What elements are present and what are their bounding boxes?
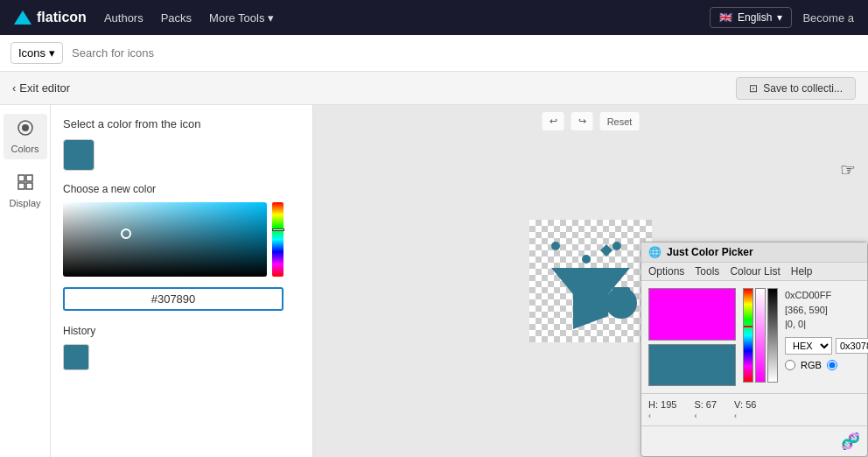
jcp-h-label: H: 195: [648, 399, 676, 410]
sidebar-item-display[interactable]: Display: [4, 168, 47, 214]
jcp-menu-help[interactable]: Help: [791, 265, 813, 278]
jcp-menu-tools[interactable]: Tools: [695, 265, 719, 278]
become-link[interactable]: Become a: [802, 11, 854, 25]
gradient-dark: [63, 202, 267, 277]
svg-rect-2: [18, 175, 24, 181]
canvas-toolbar: ↩ ↪ Reset: [542, 112, 640, 130]
icons-dropdown[interactable]: Icons ▾: [10, 42, 63, 64]
topnav: flaticon Authors Packs More Tools ▾ 🇬🇧 E…: [0, 0, 868, 35]
jcp-hue-bar[interactable]: [743, 288, 753, 383]
jcp-rgb-label: RGB: [801, 360, 822, 370]
jcp-format-row: HEX RGB HSV: [785, 337, 868, 355]
nav-authors[interactable]: Authors: [104, 11, 144, 25]
logo-text: flaticon: [37, 10, 87, 25]
jcp-menu-colour-list[interactable]: Colour List: [730, 265, 780, 278]
flag-icon: 🇬🇧: [719, 11, 732, 24]
svg-point-6: [551, 242, 560, 250]
jcp-right-side: 0xCD00FF [366, 590] |0, 0| HEX RGB HSV: [785, 288, 868, 386]
jcp-s-chevron[interactable]: ‹: [694, 411, 717, 420]
svg-rect-12: [612, 287, 630, 294]
jcp-titlebar: 🌐 Just Color Picker: [641, 243, 867, 263]
jcp-emoji: 🌐: [648, 246, 662, 258]
editor-main: Colors Display + Select a color from the…: [0, 105, 868, 457]
jcp-v-label: V: 56: [734, 399, 756, 410]
jcp-color-info: 0xCD00FF [366, 590] |0, 0|: [785, 288, 868, 332]
jcp-big-swatch: [648, 288, 736, 341]
svg-marker-9: [600, 244, 612, 257]
topnav-links: Authors Packs More Tools ▾: [104, 11, 274, 25]
jcp-h-chevron[interactable]: ‹: [648, 411, 676, 420]
dropdown-arrow: ▾: [49, 46, 55, 60]
icon-canvas: [529, 220, 652, 342]
lang-label: English: [738, 11, 772, 24]
jcp-rgb-radio2[interactable]: [827, 360, 837, 370]
hue-slider[interactable]: [272, 202, 284, 277]
save-to-collection-button[interactable]: ⊡ Save to collecti...: [736, 77, 856, 100]
hex-input-row: [63, 287, 284, 311]
back-icon: ‹: [12, 81, 16, 95]
logo-triangle: [14, 11, 32, 25]
lang-arrow: ▾: [777, 11, 782, 24]
nav-more-tools[interactable]: More Tools ▾: [209, 11, 274, 25]
selected-color-swatch[interactable]: [63, 139, 94, 171]
redo-button[interactable]: ↪: [571, 112, 593, 130]
svg-point-1: [22, 124, 29, 131]
select-color-label: Select a color from the icon: [63, 117, 300, 130]
history-label: History: [63, 325, 300, 337]
nav-packs[interactable]: Packs: [161, 11, 192, 25]
jcp-format-select[interactable]: HEX RGB HSV: [785, 337, 832, 355]
undo-button[interactable]: ↩: [542, 112, 564, 130]
svg-point-7: [612, 242, 621, 250]
colors-label: Colors: [11, 144, 39, 154]
choose-color-label: Choose a new color: [63, 183, 300, 195]
color-gradient-picker[interactable]: [63, 202, 267, 277]
jcp-footer: 🧬: [641, 425, 867, 456]
jcp-sat-bar[interactable]: [755, 288, 766, 383]
jcp-preview-area: [648, 288, 736, 386]
jcp-spectrum-bars: [743, 288, 778, 386]
jcp-hsv-section: H: 195 ‹ S: 67 ‹ V: 56 ‹: [641, 393, 867, 425]
jcp-coords: [366, 590]: [785, 303, 868, 318]
icon-preview: [538, 228, 643, 334]
svg-point-8: [582, 255, 591, 264]
jcp-hex-display: 0xCD00FF: [785, 288, 868, 303]
svg-rect-4: [18, 183, 24, 189]
jcp-small-swatch: [648, 344, 736, 386]
hex-input[interactable]: [63, 287, 284, 311]
canvas-area: ↩ ↪ Reset 🌐 Just: [313, 105, 868, 457]
display-icon: [17, 173, 34, 195]
jcp-v-col: V: 56 ‹: [734, 399, 756, 420]
exit-editor-button[interactable]: ‹ Exit editor: [12, 81, 70, 95]
jcp-body: 0xCD00FF [366, 590] |0, 0| HEX RGB HSV: [641, 281, 867, 393]
svg-rect-3: [26, 175, 32, 181]
sidebar-item-colors[interactable]: Colors: [4, 114, 47, 159]
jcp-menu-options[interactable]: Options: [648, 265, 684, 278]
jcp-s-label: S: 67: [694, 399, 717, 410]
history-swatch[interactable]: [63, 344, 89, 370]
dna-icon: 🧬: [841, 432, 860, 451]
hue-thumb: [272, 228, 284, 231]
topnav-right: 🇬🇧 English ▾ Become a: [710, 7, 854, 28]
just-color-picker: 🌐 Just Color Picker Options Tools Colour…: [640, 242, 868, 457]
jcp-hex-input[interactable]: [836, 338, 868, 354]
jcp-rgb-row: RGB: [785, 360, 868, 370]
save-icon: ⊡: [749, 82, 758, 95]
logo: flaticon: [14, 10, 87, 25]
jcp-s-col: S: 67 ‹: [694, 399, 717, 420]
icons-label: Icons: [18, 46, 46, 60]
search-input[interactable]: [72, 46, 858, 60]
jcp-rgb-radio[interactable]: [785, 360, 795, 370]
jcp-hue-line: [744, 326, 752, 327]
color-panel: Select a color from the icon Choose a ne…: [51, 105, 313, 457]
language-button[interactable]: 🇬🇧 English ▾: [710, 7, 792, 28]
jcp-val-bar[interactable]: [767, 288, 778, 383]
sidebar-tools: Colors Display +: [0, 105, 51, 457]
svg-rect-5: [26, 183, 32, 189]
searchbar: Icons ▾: [0, 35, 868, 72]
history-section: History: [63, 325, 300, 370]
reset-button[interactable]: Reset: [600, 112, 640, 130]
jcp-title: Just Color Picker: [667, 246, 753, 258]
exit-label: Exit editor: [19, 81, 70, 95]
editor-toolbar: ‹ Exit editor ⊡ Save to collecti...: [0, 72, 868, 105]
jcp-v-chevron[interactable]: ‹: [734, 411, 756, 420]
